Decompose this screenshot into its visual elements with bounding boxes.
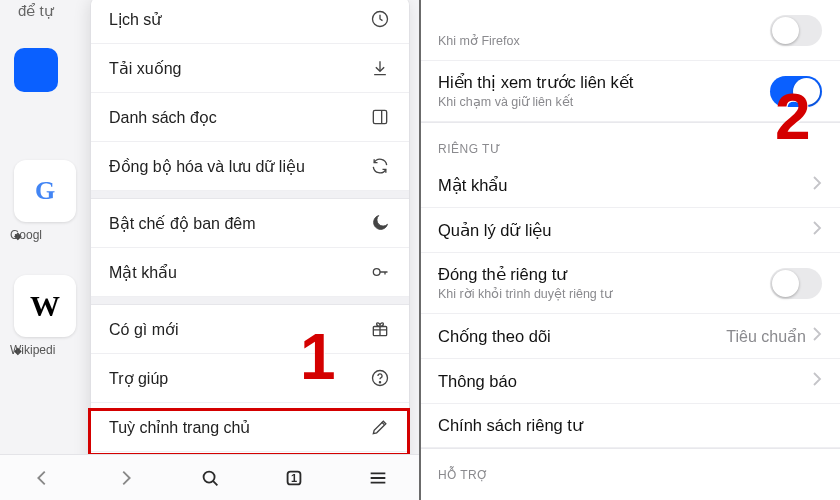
setting-subtext: Khi rời khỏi trình duyệt riêng tư	[438, 286, 612, 301]
top-site-google[interactable]: G	[14, 160, 76, 222]
setting-row-close-private-tabs[interactable]: Đóng thẻ riêng tư Khi rời khỏi trình duy…	[420, 253, 840, 314]
chevron-right-icon	[812, 175, 822, 195]
setting-row-passwords[interactable]: Mật khẩu	[420, 163, 840, 208]
gift-icon	[369, 318, 391, 340]
toolbar-menu-button[interactable]	[336, 467, 420, 489]
moon-icon	[369, 212, 391, 234]
top-site-wikipedia[interactable]: W	[14, 275, 76, 337]
setting-label: Hiển thị xem trước liên kết	[438, 73, 633, 92]
help-icon	[369, 367, 391, 389]
menu-item-customize-home[interactable]: Tuỳ chỉnh trang chủ	[91, 403, 409, 452]
setting-row-data-management[interactable]: Quản lý dữ liệu	[420, 208, 840, 253]
toggle-switch[interactable]	[770, 76, 822, 107]
section-header-privacy: RIÊNG TƯ	[420, 122, 840, 163]
section-header-support: HỖ TRỢ	[420, 448, 840, 489]
left-panel: để tự G ◆ Googl W ◆ Wikipedi Lịch sử Tải…	[0, 0, 420, 500]
setting-label: Mật khẩu	[438, 176, 508, 195]
menu-item-label: Trợ giúp	[109, 369, 168, 388]
menu-item-downloads[interactable]: Tải xuống	[91, 44, 409, 93]
setting-row-link-preview[interactable]: Hiển thị xem trước liên kết Khi chạm và …	[420, 61, 840, 122]
toolbar-search-button[interactable]	[168, 467, 252, 489]
menu-item-sync[interactable]: Đồng bộ hóa và lưu dữ liệu	[91, 142, 409, 191]
main-menu: Lịch sử Tải xuống Danh sách đọc Đồng bộ …	[90, 0, 410, 500]
download-icon	[369, 57, 391, 79]
chevron-right-icon	[812, 326, 822, 346]
svg-rect-1	[373, 110, 386, 123]
setting-row-privacy-policy[interactable]: Chính sách riêng tư	[420, 404, 840, 448]
setting-subtext: Khi chạm và giữ liên kết	[438, 94, 633, 109]
menu-item-label: Lịch sử	[109, 10, 161, 29]
setting-label: Quản lý dữ liệu	[438, 221, 552, 240]
menu-item-label: Danh sách đọc	[109, 108, 217, 127]
setting-label: Chính sách riêng tư	[438, 416, 583, 435]
setting-row-unknown-toggle[interactable]: Khi mở Firefox	[420, 0, 840, 61]
menu-separator	[91, 191, 409, 199]
pencil-icon	[369, 416, 391, 438]
setting-value: Tiêu chuẩn	[726, 327, 806, 346]
menu-separator	[91, 297, 409, 305]
menu-item-history[interactable]: Lịch sử	[91, 0, 409, 44]
setting-label: Đóng thẻ riêng tư	[438, 265, 612, 284]
menu-item-label: Bật chế độ ban đêm	[109, 214, 256, 233]
chevron-right-icon	[812, 220, 822, 240]
toggle-switch[interactable]	[770, 268, 822, 299]
sync-icon	[369, 155, 391, 177]
svg-point-7	[204, 471, 215, 482]
menu-item-label: Mật khẩu	[109, 263, 177, 282]
menu-item-label: Tải xuống	[109, 59, 181, 78]
toolbar-back-button[interactable]	[0, 467, 84, 489]
menu-item-label: Đồng bộ hóa và lưu dữ liệu	[109, 157, 305, 176]
toolbar-tabs-button[interactable]: 1	[252, 467, 336, 489]
google-logo-icon: G	[35, 176, 55, 206]
toolbar-forward-button[interactable]	[84, 467, 168, 489]
panel-divider	[419, 0, 421, 500]
right-panel: Khi mở Firefox Hiển thị xem trước liên k…	[420, 0, 840, 500]
setting-label: Chống theo dõi	[438, 327, 551, 346]
bottom-toolbar: 1	[0, 454, 420, 500]
menu-item-night-mode[interactable]: Bật chế độ ban đêm	[91, 199, 409, 248]
menu-item-whats-new[interactable]: Có gì mới	[91, 305, 409, 354]
top-site-label-wikipedia: Wikipedi	[10, 343, 55, 357]
menu-item-reading-list[interactable]: Danh sách đọc	[91, 93, 409, 142]
menu-item-label: Có gì mới	[109, 320, 179, 339]
svg-point-2	[373, 269, 380, 276]
menu-item-label: Tuỳ chỉnh trang chủ	[109, 418, 250, 437]
menu-item-help[interactable]: Trợ giúp	[91, 354, 409, 403]
key-icon	[369, 261, 391, 283]
menu-item-passwords[interactable]: Mật khẩu	[91, 248, 409, 297]
setting-label: Thông báo	[438, 372, 517, 391]
top-site-tile-pinned[interactable]	[14, 48, 58, 92]
truncated-text: để tự	[18, 2, 54, 20]
setting-row-tracking-protection[interactable]: Chống theo dõi Tiêu chuẩn	[420, 314, 840, 359]
toggle-switch[interactable]	[770, 15, 822, 46]
setting-subtext: Khi mở Firefox	[438, 33, 520, 48]
clock-icon	[369, 8, 391, 30]
top-site-label-google: Googl	[10, 228, 42, 242]
reading-list-icon	[369, 106, 391, 128]
svg-point-5	[379, 382, 380, 383]
chevron-right-icon	[812, 371, 822, 391]
tabs-count: 1	[291, 472, 297, 484]
setting-row-notifications[interactable]: Thông báo	[420, 359, 840, 404]
